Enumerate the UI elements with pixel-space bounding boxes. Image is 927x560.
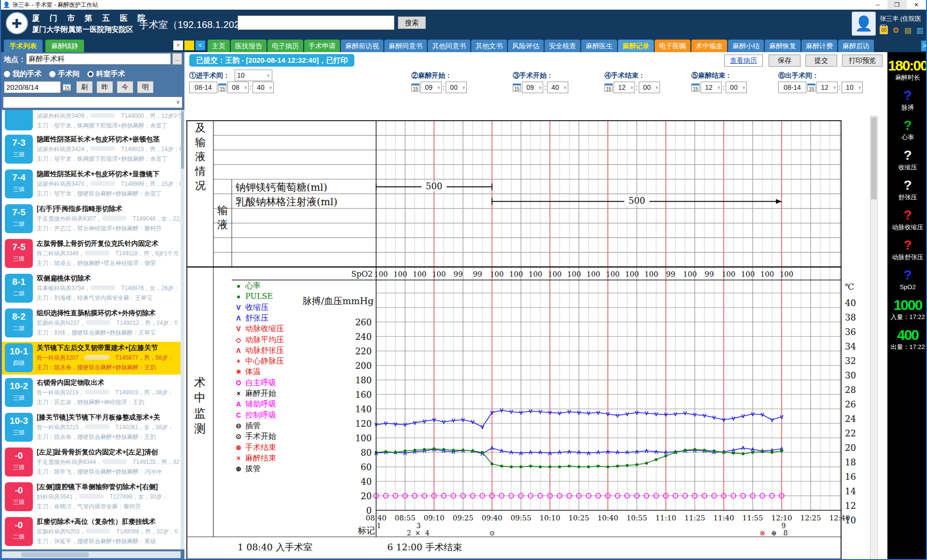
calendar-icon[interactable]: 15 (63, 83, 71, 91)
main-tab-风险评估[interactable]: 风险评估 (508, 40, 544, 52)
hour-select[interactable]: 08∨ (227, 82, 249, 93)
minute-select[interactable]: 00∨ (726, 82, 747, 93)
surgery-list-item[interactable]: -0三级 [左侧]腹腔镜下单侧输卵管切除术+[右侧] 妇科病房3541， T12… (2, 481, 181, 514)
surgery-list-item[interactable]: 7-4三级 隐匿性阴茎延长术+包皮环切术+显微镜下 泌尿外科病房3470， T1… (2, 168, 181, 201)
surgery-list-item[interactable]: 8-2二级 组织选择性直肠粘膜环切术+外痔切除术 肛肠科病房N237， T149… (2, 307, 181, 340)
avatar[interactable]: 👤 (852, 12, 876, 36)
mail-icon[interactable]: ✉ (880, 26, 888, 34)
svg-text:24: 24 (845, 414, 856, 424)
close-button[interactable]: ✕ (907, 0, 926, 10)
location-input[interactable] (26, 53, 171, 65)
search-button[interactable]: 搜索 (398, 16, 426, 29)
minute-select[interactable]: 00∨ (639, 82, 660, 93)
room-seq-badge: 三级 (5, 110, 33, 130)
main-tab-医技报告[interactable]: 医技报告 (231, 40, 267, 52)
refresh-day-button[interactable]: 刷 (76, 81, 93, 93)
main-tab-麻醉后访[interactable]: 麻醉后访 (838, 40, 874, 52)
hour-select[interactable]: 12∨ (816, 82, 838, 93)
print-preview-button[interactable]: 打印预览 (842, 55, 883, 67)
surgery-list-item[interactable]: -0三级 [左足]趾骨骨折复位内固定术+[左足]清创 手足显微外科病房6344，… (2, 446, 181, 479)
hour-select[interactable]: 09∨ (421, 82, 442, 93)
date-field[interactable]: 08-14 (778, 82, 806, 93)
coins-icon[interactable]: ▤ (904, 26, 912, 34)
main-tab-其他文书[interactable]: 其他文书 (471, 40, 507, 52)
surgery-list-item[interactable]: 7-5二级 [右手]手拇指多指畸形切除术 手足显微外科病房6307， T1490… (2, 203, 181, 236)
main-tab-术中输血[interactable]: 术中输血 (691, 40, 727, 52)
calendar-icon[interactable]: 15 (604, 84, 613, 92)
main-tab-麻醉恢复[interactable]: 麻醉恢复 (765, 40, 801, 52)
date-field[interactable]: 08-14 (189, 82, 217, 93)
gear-icon[interactable]: ⚙ (892, 26, 900, 34)
svg-text:麻醉结束: 麻醉结束 (245, 453, 276, 462)
room-seq-badge: 10-3三级 (5, 413, 33, 442)
main-tab-主页[interactable]: 主页 (208, 40, 230, 52)
minute-select[interactable]: 10∨ (842, 82, 863, 93)
sidebar-vertical-scrollbar[interactable] (181, 110, 184, 549)
search-input[interactable] (238, 15, 394, 30)
calendar-icon[interactable]: 15 (513, 84, 521, 92)
minute-select[interactable]: 40∨ (253, 82, 274, 93)
yesterday-button[interactable]: 昨 (97, 81, 113, 93)
hour-select[interactable]: 12∨ (701, 82, 722, 93)
main-tab-麻醉小结[interactable]: 麻醉小结 (728, 40, 764, 52)
svg-text:500: 500 (426, 181, 442, 191)
minute-select[interactable]: 40∨ (547, 82, 568, 93)
radio-我的手术[interactable]: 我的手术 (4, 70, 42, 79)
back-button[interactable]: < (196, 41, 205, 50)
surgery-list-item[interactable]: -0二级 肛瘘切除术+高位（复杂性）肛瘘挂线术 肛肠科病房N203， T1490… (2, 516, 181, 548)
main-tab-电子病历[interactable]: 电子病历 (267, 40, 303, 52)
surgery-list-item[interactable]: 10-2三级 右锁骨内固定物取出术 骨一科病房3219， T149003，男，3… (2, 377, 181, 409)
window-title: 张三丰 - 手术室 - 麻醉医护工作站 (13, 1, 98, 9)
surgery-list-item[interactable]: 10-1四级 关节镜下左后交叉韧带重建术+[左膝关节 骨一科病房3207， T1… (2, 342, 181, 375)
tab-anesthesia-sedation[interactable]: 麻醉镇静 (45, 40, 84, 52)
tab-overflow-arrow[interactable]: > (921, 41, 927, 51)
calendar-icon[interactable]: 15 (807, 84, 815, 92)
radio-icon (87, 71, 94, 77)
svg-text:Λ: Λ (587, 450, 590, 456)
hour-select[interactable]: 09∨ (522, 82, 543, 93)
minute-select[interactable]: 00∨ (446, 82, 467, 93)
main-tab-安全核查[interactable]: 安全核查 (545, 40, 580, 52)
calendar-icon[interactable]: 15 (691, 84, 700, 92)
surgery-list-item[interactable]: 7-5三级 左肱骨髁上骨折切开复位克氏针内固定术 骨二科病房3349， T149… (2, 238, 181, 270)
surgery-list-item[interactable]: 7-3三级 隐匿性阴茎延长术+包皮环切术+嵌顿包茎 泌尿外科病房3424， T1… (2, 133, 181, 166)
room-select[interactable]: 10∨ (235, 70, 272, 81)
minimize-button[interactable]: ─ (868, 0, 887, 10)
main-tab-麻醉医生[interactable]: 麻醉医生 (581, 40, 617, 52)
surgery-dept: 泌尿外科病房3409， T149000，男，12岁2个… (37, 111, 179, 121)
surgery-list-item[interactable]: 8-1二级 双侧扁桃体切除术 耳鼻喉科病房3734， T148976，女，26岁… (2, 272, 181, 305)
calendar-icon[interactable]: 15 (218, 84, 226, 92)
radio-icon (49, 71, 56, 77)
view-record-button[interactable]: 查看病历 (724, 55, 763, 67)
yellow-button[interactable] (184, 41, 194, 50)
chart-vertical-scrollbar[interactable] (870, 116, 878, 560)
tomorrow-button[interactable]: 明 (137, 81, 154, 93)
hour-select[interactable]: 12∨ (614, 82, 635, 93)
maximize-button[interactable]: ❐ (887, 0, 907, 10)
svg-text:32: 32 (845, 356, 856, 366)
today-button[interactable]: 今 (117, 81, 133, 93)
radio-科室手术[interactable]: 科室手术 (87, 70, 125, 79)
main-tab-电子医嘱[interactable]: 电子医嘱 (655, 40, 690, 52)
chart-icon[interactable]: ▥ (916, 26, 924, 34)
main-tab-其他同意书[interactable]: 其他同意书 (428, 40, 470, 52)
field-label: ④手术结束： (604, 70, 645, 81)
surgery-list-item[interactable]: 三级 泌尿外科病房3409， T149000，男，12岁2个… 主刀：邬宇龙，蛛… (2, 110, 181, 131)
radio-手术间[interactable]: 手术间 (49, 70, 80, 79)
date-input[interactable] (4, 81, 61, 93)
main-tab-麻醉同意书[interactable]: 麻醉同意书 (384, 40, 427, 52)
main-tab-手术申请[interactable]: 手术申请 (304, 40, 340, 52)
submit-button[interactable]: 提交 (805, 55, 837, 67)
main-tab-麻醉记录[interactable]: 麻醉记录 (618, 40, 654, 52)
close-tab-button[interactable]: × (173, 41, 183, 50)
location-more-button[interactable]: ... (172, 53, 182, 65)
calendar-icon[interactable]: 15 (411, 84, 420, 92)
main-tab-麻醉计费[interactable]: 麻醉计费 (801, 40, 837, 52)
main-tab-麻醉前访视[interactable]: 麻醉前访视 (341, 40, 383, 52)
sidebar-horizontal-scrollbar[interactable] (2, 551, 181, 558)
svg-text:100: 100 (529, 270, 543, 279)
surgery-list-item[interactable]: 10-3三级 [膝关节镜]关节镜下半月板修整成形术+关 骨一科病房3215， T… (2, 411, 181, 444)
save-button[interactable]: 保存 (769, 55, 801, 67)
filter-combobox[interactable]: ∨ (3, 97, 183, 108)
tab-surgery-list[interactable]: 手术列表 (4, 40, 42, 52)
